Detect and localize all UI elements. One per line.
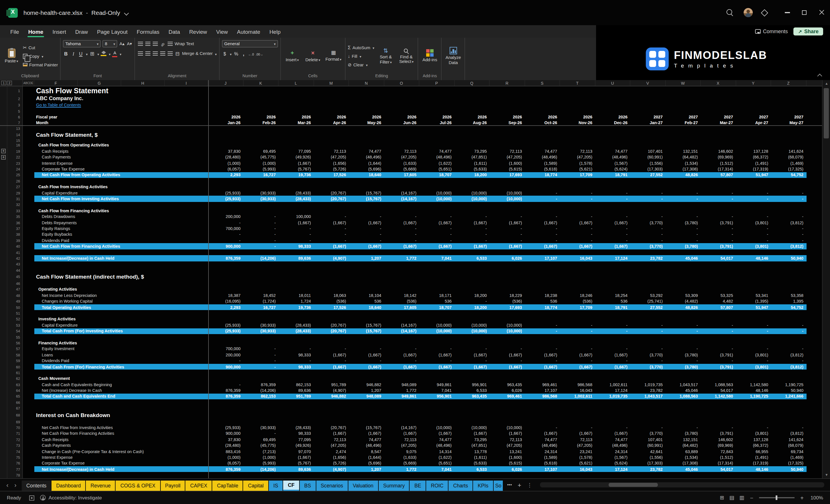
cell[interactable]: -: [525, 328, 560, 334]
cell[interactable]: 700,000: [208, 346, 244, 352]
row-2-label[interactable]: ABC Company Inc.: [34, 95, 208, 102]
menu-tab-help[interactable]: Help: [265, 25, 285, 38]
cell[interactable]: Jan-27: [630, 120, 666, 125]
cell[interactable]: 69,495: [244, 437, 279, 442]
cell[interactable]: 986,568: [525, 393, 560, 400]
cell[interactable]: 89,636: [279, 387, 314, 393]
cell[interactable]: -: [595, 346, 630, 352]
cell[interactable]: 2027: [771, 114, 806, 120]
decrease-indent-button[interactable]: [160, 50, 165, 57]
cell[interactable]: 18,011: [279, 292, 314, 298]
cell[interactable]: 1,190,725: [736, 393, 771, 400]
cell[interactable]: (30,933): [244, 322, 279, 328]
cell[interactable]: 1,142,580: [736, 382, 771, 387]
cell[interactable]: -: [490, 346, 525, 352]
cell[interactable]: (3,791): [701, 244, 736, 249]
cell[interactable]: 4,482: [701, 298, 736, 304]
cell[interactable]: 17,709: [560, 304, 595, 310]
sheet-tab-revenue[interactable]: Revenue: [86, 480, 115, 491]
row-number-61[interactable]: 61: [7, 370, 23, 376]
cell[interactable]: -: [208, 382, 244, 387]
cell[interactable]: Jan-26: [208, 120, 244, 125]
cell[interactable]: (1,667): [560, 244, 595, 249]
cell[interactable]: (5,696): [349, 460, 384, 466]
cell[interactable]: -: [349, 238, 384, 244]
sheet-tab-contents[interactable]: Contents: [22, 480, 51, 491]
cell[interactable]: -: [244, 238, 279, 244]
row-77-label[interactable]: Net Increase/(Decrease) in Cash Held: [34, 466, 208, 472]
cell[interactable]: (1,567): [595, 454, 630, 461]
row-25-label[interactable]: Net Cash Flow from Operating Activities: [34, 172, 208, 178]
cell[interactable]: (1,656): [314, 454, 349, 461]
cell[interactable]: (14,206): [244, 255, 279, 261]
cell[interactable]: (5,624): [595, 166, 630, 172]
close-button[interactable]: [813, 0, 830, 25]
sort-filter-button[interactable]: Sort & Filter: [377, 39, 395, 73]
cell[interactable]: (48,496): [349, 442, 384, 448]
column-header-j[interactable]: J: [208, 80, 244, 86]
cell[interactable]: -: [419, 226, 454, 232]
sheet-tab-so[interactable]: So: [493, 480, 503, 491]
cell[interactable]: -: [736, 190, 771, 196]
normal-view-icon[interactable]: [720, 495, 724, 501]
row-65-label[interactable]: Total Cash and Cash Equivalents End: [34, 393, 208, 400]
row-14-label[interactable]: Cash Flow Statement, $: [34, 131, 208, 138]
column-header-f[interactable]: F: [34, 80, 78, 86]
grow-font-button[interactable]: [119, 40, 125, 47]
cell[interactable]: (3,791): [701, 431, 736, 437]
cell[interactable]: (17,314): [701, 166, 736, 172]
row-37-label[interactable]: Equity Raisings: [34, 226, 208, 232]
cell[interactable]: (1,491): [736, 160, 771, 166]
cell[interactable]: (1,667): [384, 220, 419, 226]
chevron-down-icon[interactable]: [229, 51, 232, 56]
cell[interactable]: 51,947: [736, 172, 771, 178]
cell[interactable]: (1,667): [595, 220, 630, 226]
sheet-tab-cf[interactable]: CF: [283, 480, 299, 491]
cell[interactable]: (5,726): [314, 166, 349, 172]
cell[interactable]: (69,969): [701, 442, 736, 448]
cell[interactable]: (5,615): [490, 460, 525, 466]
row-number-78[interactable]: 78: [7, 472, 23, 478]
menu-tab-view[interactable]: View: [212, 25, 232, 38]
autosum-button[interactable]: AutoSum: [348, 43, 374, 52]
cell[interactable]: (48,496): [595, 154, 630, 160]
cell[interactable]: 536: [419, 298, 454, 304]
cell[interactable]: 54,752: [771, 304, 806, 310]
row-number-5[interactable]: 5: [7, 108, 23, 114]
cell[interactable]: (3,791): [701, 364, 736, 370]
cell[interactable]: 50,940: [771, 387, 806, 393]
cell[interactable]: 17,693: [490, 172, 525, 178]
cell[interactable]: (1,622): [419, 454, 454, 461]
cell[interactable]: 1,019,735: [595, 393, 630, 400]
cell[interactable]: -: [244, 358, 279, 364]
page-layout-view-icon[interactable]: [729, 495, 734, 501]
cell[interactable]: (1,667): [490, 431, 525, 437]
cell[interactable]: 74,477: [595, 148, 630, 154]
row-number-13[interactable]: 13: [7, 126, 23, 131]
cell[interactable]: -: [525, 358, 560, 364]
status-accessibility[interactable]: Accessibility: Investigate: [49, 495, 102, 501]
decrease-decimal-button[interactable]: [256, 50, 263, 57]
cell[interactable]: (17,303): [630, 460, 666, 466]
cell[interactable]: (1,667): [419, 431, 454, 437]
cell[interactable]: -: [630, 196, 666, 202]
accounting-format-button[interactable]: [222, 50, 228, 57]
cell[interactable]: (5,993): [244, 166, 279, 172]
cell[interactable]: 2026: [279, 114, 314, 120]
cell[interactable]: Feb-26: [244, 120, 279, 125]
cell[interactable]: 27,552: [630, 304, 666, 310]
cell[interactable]: (48,496): [419, 154, 454, 160]
cell[interactable]: (16,095): [208, 298, 244, 304]
cell[interactable]: (1,469): [771, 160, 806, 166]
italic-button[interactable]: [70, 50, 76, 57]
cell[interactable]: (5,726): [314, 460, 349, 466]
cell[interactable]: -: [701, 425, 736, 431]
cell[interactable]: 16,043: [560, 387, 595, 393]
cell[interactable]: (5,669): [384, 460, 419, 466]
cell[interactable]: -: [244, 214, 279, 220]
cell[interactable]: -: [701, 226, 736, 232]
row-38-label[interactable]: Equity Buybacks: [34, 231, 208, 238]
cell[interactable]: (47,205): [314, 154, 349, 160]
row-74-label[interactable]: Change in Cash (Pre-Corporate Tax & Inte…: [34, 448, 208, 454]
cell[interactable]: 18,171: [419, 292, 454, 298]
